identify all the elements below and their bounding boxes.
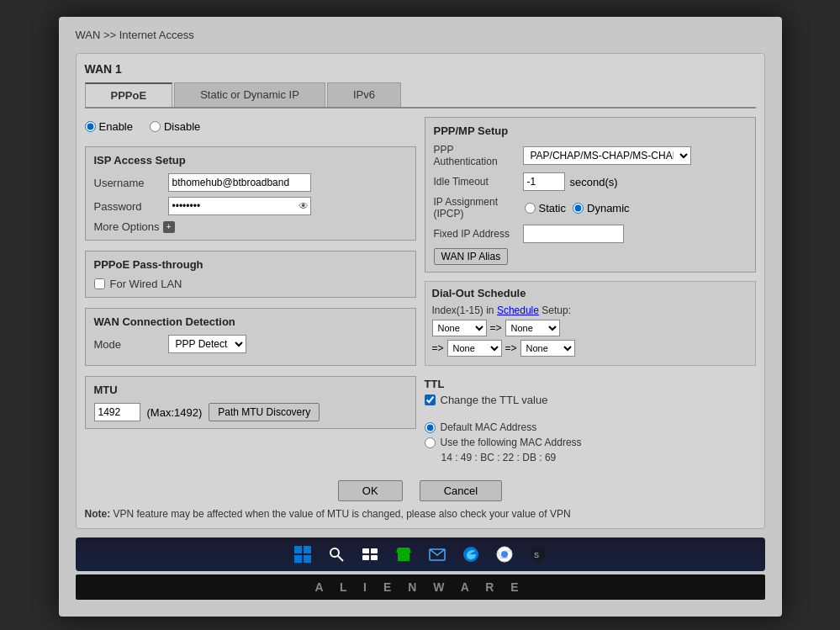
search-icon[interactable] (325, 543, 348, 566)
note-section: Note: VPN feature may be affected when t… (85, 508, 756, 520)
schedule-to-1[interactable]: None (505, 320, 560, 336)
tab-ipv6[interactable]: IPv6 (327, 82, 401, 107)
steam-icon[interactable]: S (526, 543, 550, 566)
username-row: Username (94, 173, 407, 192)
wired-lan-option[interactable]: For Wired LAN (94, 278, 407, 290)
isp-access-title: ISP Access Setup (94, 154, 407, 167)
disable-option[interactable]: Disable (150, 120, 200, 133)
more-options-icon[interactable]: + (163, 221, 175, 233)
following-mac-label: Use the following MAC Address (441, 437, 582, 448)
idle-unit-label: second(s) (570, 176, 618, 188)
dynamic-label: Dynamic (587, 202, 630, 214)
default-mac-option[interactable]: Default MAC Address (425, 421, 756, 433)
mac-section: Default MAC Address Use the following MA… (425, 418, 756, 467)
schedule-from-1[interactable]: None (432, 320, 487, 336)
schedule-row-1: None => None (432, 320, 748, 336)
path-mtu-discovery-button[interactable]: Path MTU Discovery (209, 403, 320, 421)
svg-point-13 (501, 551, 508, 558)
fixed-ip-label: Fixed IP Address (434, 228, 518, 240)
note-title: Note: (85, 508, 111, 520)
following-mac-option[interactable]: Use the following MAC Address (425, 437, 756, 448)
tab-bar: PPPoE Static or Dynamic IP IPv6 (85, 82, 756, 109)
right-panel: PPP/MP Setup PPP Authentication PAP/CHAP… (425, 117, 756, 467)
left-panel: Enable Disable ISP Access Setup Username (85, 117, 416, 467)
alienware-label: A L I E N W A R E (314, 580, 525, 594)
mtu-input[interactable]: 1492 (94, 403, 140, 421)
dial-schedule-section: Dial-Out Schedule Index(1-15) in Schedul… (425, 281, 756, 366)
pppoe-passthrough-section: PPPoE Pass-through For Wired LAN (85, 251, 416, 298)
windows-icon[interactable] (291, 543, 314, 566)
mtu-label: MTU (94, 384, 407, 396)
enable-disable-row: Enable Disable (85, 117, 416, 136)
enable-radio[interactable] (85, 121, 96, 132)
schedule-from-2[interactable]: None (447, 340, 502, 357)
mtu-row: 1492 (Max:1492) Path MTU Discovery (94, 403, 407, 421)
wired-lan-label: For Wired LAN (110, 278, 182, 290)
dial-schedule-title: Dial-Out Schedule (432, 287, 748, 299)
svg-line-5 (338, 556, 343, 561)
static-radio[interactable] (525, 203, 536, 214)
ppp-auth-row: PPP Authentication PAP/CHAP/MS-CHAP/MS-C… (434, 144, 747, 167)
ip-assignment-label: IP Assignment (IPCP) (434, 196, 518, 220)
ttl-change-option[interactable]: Change the TTL value (425, 394, 756, 406)
cancel-button[interactable]: Cancel (420, 480, 502, 501)
disable-label: Disable (164, 120, 200, 133)
ttl-title: TTL (425, 378, 756, 390)
schedule-link[interactable]: Schedule (497, 304, 539, 316)
following-mac-radio[interactable] (425, 437, 436, 448)
taskview-icon[interactable] (358, 543, 382, 566)
isp-access-section: ISP Access Setup Username Password 👁 (85, 146, 416, 241)
wired-lan-checkbox[interactable] (94, 278, 105, 289)
disable-radio[interactable] (150, 121, 161, 132)
default-mac-label: Default MAC Address (441, 421, 537, 433)
vpn-link[interactable]: VPN (550, 508, 571, 520)
taskbar: S (76, 537, 765, 571)
static-option[interactable]: Static (525, 202, 567, 214)
screen-container: WAN >> Internet Access WAN 1 PPPoE Stati… (59, 17, 782, 617)
edge-icon[interactable] (459, 543, 483, 566)
ppp-setup-title: PPP/MP Setup (434, 124, 747, 137)
content-area: Enable Disable ISP Access Setup Username (85, 117, 756, 467)
bottom-buttons: OK Cancel (85, 480, 756, 501)
schedule-row-2: => None => None (432, 340, 748, 357)
svg-point-4 (330, 548, 339, 557)
tab-pppoe[interactable]: PPPoE (85, 82, 173, 107)
more-options-row[interactable]: More Options + (94, 220, 407, 233)
svg-rect-0 (294, 546, 302, 553)
dynamic-option[interactable]: Dynamic (573, 202, 630, 214)
wan-section: WAN 1 PPPoE Static or Dynamic IP IPv6 En… (76, 53, 765, 529)
password-input[interactable] (168, 197, 311, 215)
idle-timeout-input[interactable]: -1 (523, 172, 565, 191)
svg-rect-7 (371, 548, 378, 553)
ok-button[interactable]: OK (338, 480, 403, 501)
svg-text:S: S (534, 551, 539, 559)
svg-rect-8 (362, 555, 369, 560)
wan-ip-alias-button[interactable]: WAN IP Alias (434, 248, 509, 265)
default-mac-radio[interactable] (425, 422, 436, 433)
dynamic-radio[interactable] (573, 203, 584, 214)
password-label: Password (94, 200, 161, 213)
svg-rect-9 (371, 555, 378, 560)
password-wrapper: 👁 (168, 197, 311, 215)
fixed-ip-input[interactable] (523, 225, 624, 243)
store-icon[interactable] (392, 543, 415, 566)
ppp-auth-select[interactable]: PAP/CHAP/MS-CHAP/MS-CHAPv2 (523, 146, 691, 165)
mtu-section: MTU 1492 (Max:1492) Path MTU Discovery (85, 376, 416, 429)
note-text: VPN feature may be affected when the val… (114, 508, 571, 520)
mtu-max-label: (Max:1492) (147, 406, 203, 419)
chrome-icon[interactable] (493, 543, 516, 566)
ttl-checkbox[interactable] (425, 394, 436, 405)
wan-connection-section: WAN Connection Detection Mode PPP Detect (85, 308, 416, 366)
arrow-1: => (490, 322, 502, 334)
mail-icon[interactable] (425, 543, 449, 566)
mode-label: Mode (94, 338, 161, 351)
ttl-change-label: Change the TTL value (441, 394, 548, 406)
username-input[interactable] (168, 173, 311, 192)
tab-static-dynamic[interactable]: Static or Dynamic IP (174, 82, 325, 107)
password-eye-icon[interactable]: 👁 (298, 200, 309, 212)
mode-select[interactable]: PPP Detect (168, 335, 246, 353)
more-options-label: More Options (94, 220, 160, 233)
schedule-to-2[interactable]: None (520, 340, 575, 357)
wan-connection-title: WAN Connection Detection (94, 315, 407, 328)
enable-option[interactable]: Enable (85, 120, 133, 133)
